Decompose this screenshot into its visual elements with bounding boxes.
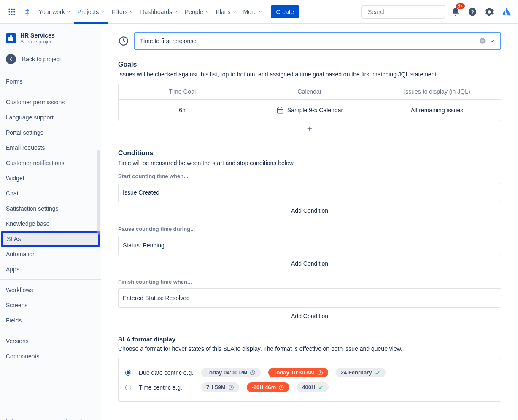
goal-issues: All remaining issues — [373, 107, 501, 114]
conditions-title: Conditions — [118, 149, 501, 157]
col-calendar: Calendar — [246, 88, 373, 95]
sidebar-item-fields[interactable]: Fields — [0, 313, 101, 328]
svg-point-6 — [9, 14, 10, 15]
format-opt1-label: Due date centric e.g. — [139, 369, 194, 376]
finish-condition[interactable]: Entered Status: Resolved — [118, 288, 501, 308]
sidebar-item-components[interactable]: Components — [0, 349, 101, 364]
chevron-down-icon — [258, 10, 262, 14]
sidebar-item-knowledge-base[interactable]: Knowledge base — [0, 216, 101, 231]
main-content: Time to first response Goals Issues will… — [101, 24, 518, 420]
nav-item-filters[interactable]: Filters — [108, 6, 137, 18]
format-title: SLA format display — [118, 336, 501, 343]
nav-item-people[interactable]: People — [181, 6, 213, 18]
sla-name-input[interactable]: Time to first response — [134, 32, 501, 50]
svg-point-0 — [9, 8, 10, 10]
clock-icon — [250, 370, 256, 376]
back-to-project-link[interactable]: Back to project — [0, 50, 101, 68]
sidebar-item-apps[interactable]: Apps — [0, 262, 101, 277]
add-goal-button[interactable] — [118, 121, 501, 138]
sidebar: HR Services Service project Back to proj… — [0, 24, 101, 420]
project-title: HR Services — [20, 32, 55, 39]
project-avatar-icon — [6, 33, 16, 43]
chevron-down-icon — [129, 10, 133, 14]
top-nav: Your workProjectsFiltersDashboardsPeople… — [0, 0, 518, 24]
pill-7h59m: 7H 59M — [201, 382, 239, 392]
clock-icon — [228, 385, 234, 390]
goal-row[interactable]: 6h Sample 9-5 Calendar All remaining iss… — [119, 100, 501, 121]
chevron-down-icon — [67, 10, 71, 14]
clock-icon — [317, 370, 323, 376]
svg-point-7 — [11, 14, 12, 15]
search-input[interactable] — [361, 5, 445, 19]
goal-time: 6h — [119, 107, 246, 114]
pill-today-pm: Today 04:00 PM — [201, 368, 261, 377]
notifications-icon[interactable]: 9+ — [449, 5, 462, 19]
radio-time[interactable] — [125, 385, 131, 390]
svg-point-4 — [11, 11, 12, 12]
help-icon[interactable]: ? — [466, 5, 479, 19]
add-finish-condition[interactable]: Add Condition — [118, 308, 501, 325]
sidebar-item-portal-settings[interactable]: Portal settings — [0, 125, 101, 140]
sidebar-item-chat[interactable]: Chat — [0, 186, 101, 201]
calendar-icon — [276, 106, 284, 114]
sidebar-item-email-requests[interactable]: Email requests — [0, 140, 101, 155]
format-option-time[interactable]: Time centric e.g. 7H 59M -20H 46m 400H — [125, 380, 494, 395]
sidebar-item-customer-permissions[interactable]: Customer permissions — [0, 95, 101, 110]
sidebar-item-widget[interactable]: Widget — [0, 171, 101, 186]
svg-rect-17 — [277, 108, 283, 113]
chevron-down-icon[interactable] — [489, 38, 495, 44]
pause-label: Pause counting time during... — [118, 226, 501, 232]
sidebar-item-automation[interactable]: Automation — [0, 247, 101, 262]
format-option-due-date[interactable]: Due date centric e.g. Today 04:00 PM Tod… — [125, 365, 494, 380]
create-button[interactable]: Create — [271, 5, 299, 18]
sidebar-footer: You're in a company-managed project — [0, 415, 101, 420]
pill-neg20h: -20H 46m — [247, 382, 290, 392]
add-start-condition[interactable]: Add Condition — [118, 202, 501, 219]
nav-item-dashboards[interactable]: Dashboards — [137, 6, 181, 18]
sidebar-item-language-support[interactable]: Language support — [0, 110, 101, 125]
chevron-down-icon — [205, 10, 209, 14]
col-issues: Issues to display (in JQL) — [373, 88, 501, 95]
format-opt2-label: Time centric e.g. — [139, 384, 194, 391]
col-time-goal: Time Goal — [119, 88, 246, 95]
svg-rect-13 — [8, 37, 13, 41]
format-desc: Choose a format for hover states of this… — [118, 345, 501, 352]
goal-calendar: Sample 9-5 Calendar — [287, 107, 343, 114]
radio-due-date[interactable] — [125, 370, 131, 376]
sidebar-item-slas[interactable]: SLAs — [1, 231, 100, 247]
svg-point-8 — [13, 14, 15, 15]
goals-title: Goals — [118, 61, 501, 68]
pill-today-am: Today 10:30 AM — [268, 368, 328, 377]
sidebar-item-screens[interactable]: Screens — [0, 298, 101, 313]
jira-logo-icon[interactable] — [20, 5, 34, 19]
goals-table: Time Goal Calendar Issues to display (in… — [118, 84, 501, 121]
nav-item-your-work[interactable]: Your work — [35, 6, 74, 18]
nav-item-projects[interactable]: Projects — [74, 6, 108, 18]
sidebar-item-forms[interactable]: Forms — [0, 74, 101, 89]
scrollbar[interactable] — [97, 150, 100, 235]
project-header[interactable]: HR Services Service project — [0, 24, 101, 50]
search-field[interactable] — [368, 8, 442, 15]
sidebar-item-customer-notifications[interactable]: Customer notifications — [0, 155, 101, 171]
pill-feb24: 24 February — [336, 368, 386, 377]
sidebar-item-satisfaction-settings[interactable]: Satisfaction settings — [0, 201, 101, 216]
chevron-down-icon — [232, 10, 237, 14]
svg-text:?: ? — [471, 8, 474, 15]
pause-condition[interactable]: Status: Pending — [118, 236, 501, 255]
svg-point-5 — [13, 11, 15, 12]
nav-item-plans[interactable]: Plans — [213, 6, 240, 18]
back-label: Back to project — [22, 56, 61, 62]
app-switcher-icon[interactable] — [5, 5, 19, 19]
clear-icon[interactable] — [479, 38, 486, 44]
atlassian-icon[interactable] — [499, 5, 513, 19]
start-condition[interactable]: Issue Created — [118, 183, 501, 202]
finish-label: Finish counting time when... — [118, 279, 501, 285]
nav-item-more[interactable]: More — [240, 6, 266, 18]
conditions-desc: Time will be measured between the start … — [118, 160, 501, 166]
settings-icon[interactable] — [483, 5, 496, 19]
sidebar-item-workflows[interactable]: Workflows — [0, 282, 101, 298]
sidebar-item-versions[interactable]: Versions — [0, 333, 101, 349]
goals-desc: Issues will be checked against this list… — [118, 71, 501, 78]
add-pause-condition[interactable]: Add Condition — [118, 255, 501, 272]
back-arrow-icon — [6, 54, 16, 64]
